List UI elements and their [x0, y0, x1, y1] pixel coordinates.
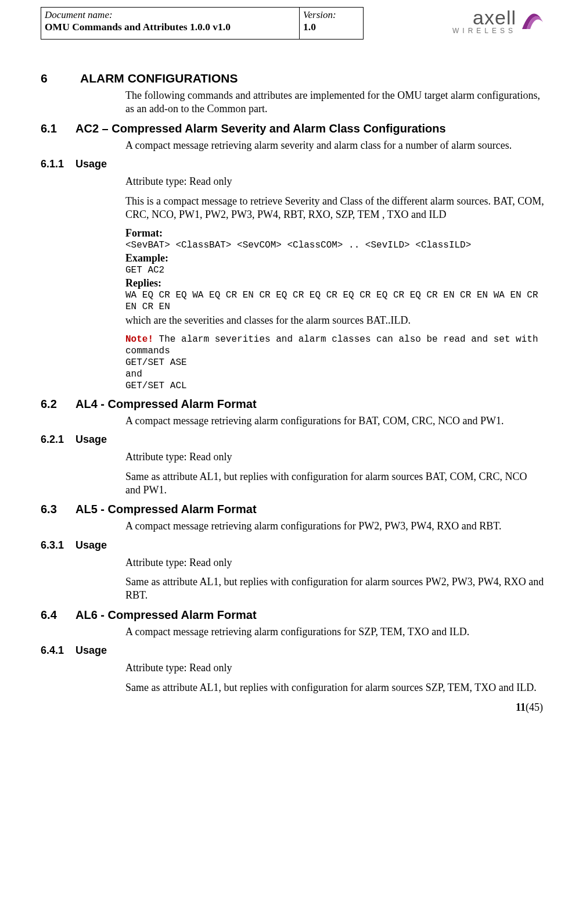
heading-6-1: 6.1 AC2 – Compressed Alarm Severity and … — [41, 122, 544, 135]
heading-6-4-num: 6.4 — [41, 608, 75, 622]
format-code: <SevBAT> <ClassBAT> <SevCOM> <ClassCOM> … — [125, 239, 544, 251]
heading-6-2-1-title: Usage — [75, 434, 107, 446]
section-6-1-intro: A compact message retrieving alarm sever… — [125, 139, 544, 152]
version-label: Version: — [303, 9, 358, 21]
heading-6-3-1: 6.3.1 Usage — [41, 539, 544, 551]
page-number: 11 — [516, 701, 526, 713]
heading-6-3: 6.3 AL5 - Compressed Alarm Format — [41, 503, 544, 516]
heading-6-3-1-num: 6.3.1 — [41, 539, 75, 551]
heading-6-2: 6.2 AL4 - Compressed Alarm Format — [41, 397, 544, 411]
document-page: Document name: OMU Commands and Attribut… — [0, 0, 579, 731]
desc-6-3-1: Same as attribute AL1, but replies with … — [125, 575, 544, 603]
page-total: (45) — [526, 701, 543, 713]
section-6-3-intro: A compact message retrieving alarm confi… — [125, 520, 544, 533]
note-block: Note! The alarm severities and alarm cla… — [125, 334, 544, 392]
heading-6-3-num: 6.3 — [41, 503, 75, 516]
heading-6-2-1: 6.2.1 Usage — [41, 434, 544, 446]
heading-6-num: 6 — [41, 71, 80, 85]
logo-brand-text: axell — [473, 8, 516, 27]
heading-6-4-title: AL6 - Compressed Alarm Format — [75, 608, 257, 622]
page-header: Document name: OMU Commands and Attribut… — [41, 7, 544, 40]
section-6-4-intro: A compact message retrieving alarm confi… — [125, 625, 544, 639]
desc-6-4-1: Same as attribute AL1, but replies with … — [125, 681, 544, 694]
heading-6-1-num: 6.1 — [41, 122, 75, 135]
example-label: Example: — [125, 252, 544, 264]
replies-tail: which are the severities and classes for… — [125, 314, 544, 327]
heading-6-2-title: AL4 - Compressed Alarm Format — [75, 397, 257, 411]
format-label: Format: — [125, 227, 544, 239]
page-footer: 11(45) — [41, 701, 544, 714]
section-6-2-intro: A compact message retrieving alarm confi… — [125, 414, 544, 428]
attr-type-6-1-1: Attribute type: Read only — [125, 175, 544, 188]
logo-mark-icon — [519, 7, 544, 35]
attr-type-6-3-1: Attribute type: Read only — [125, 556, 544, 570]
heading-6-1-1: 6.1.1 Usage — [41, 158, 544, 170]
version-value: 1.0 — [303, 21, 358, 33]
heading-6-4-1-num: 6.4.1 — [41, 644, 75, 657]
company-logo: axell WIRELESS — [452, 7, 544, 35]
heading-6-title: ALARM CONFIGURATIONS — [80, 71, 238, 85]
logo-sub-text: WIRELESS — [452, 27, 516, 34]
heading-6-1-1-title: Usage — [75, 158, 107, 170]
desc-6-1-1: This is a compact message to retrieve Se… — [125, 195, 544, 222]
heading-6: 6 ALARM CONFIGURATIONS — [41, 71, 544, 85]
heading-6-4-1-title: Usage — [75, 644, 107, 657]
heading-6-4-1: 6.4.1 Usage — [41, 644, 544, 657]
note-label: Note! — [125, 334, 153, 345]
heading-6-1-title: AC2 – Compressed Alarm Severity and Alar… — [75, 122, 446, 135]
replies-code: WA EQ CR EQ WA EQ CR EN CR EQ CR EQ CR E… — [125, 289, 544, 313]
heading-6-1-1-num: 6.1.1 — [41, 158, 75, 170]
doc-name-label: Document name: — [45, 9, 294, 21]
attr-type-6-4-1: Attribute type: Read only — [125, 661, 544, 675]
heading-6-4: 6.4 AL6 - Compressed Alarm Format — [41, 608, 544, 622]
replies-label: Replies: — [125, 277, 544, 289]
heading-6-2-num: 6.2 — [41, 397, 75, 411]
heading-6-2-1-num: 6.2.1 — [41, 434, 75, 446]
header-info-table: Document name: OMU Commands and Attribut… — [41, 7, 364, 40]
example-code: GET AC2 — [125, 264, 544, 276]
attr-type-6-2-1: Attribute type: Read only — [125, 450, 544, 464]
heading-6-3-1-title: Usage — [75, 539, 107, 551]
note-body: The alarm severities and alarm classes c… — [125, 334, 544, 391]
doc-name-value: OMU Commands and Attributes 1.0.0 v1.0 — [45, 21, 294, 33]
section-6-intro: The following commands and attributes ar… — [125, 89, 544, 116]
heading-6-3-title: AL5 - Compressed Alarm Format — [75, 503, 257, 516]
desc-6-2-1: Same as attribute AL1, but replies with … — [125, 470, 544, 497]
